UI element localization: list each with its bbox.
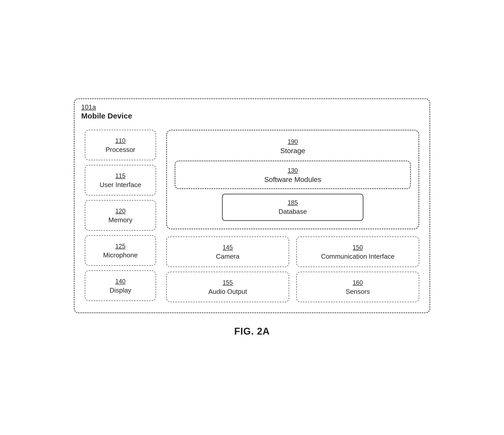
diagram-container: 101a Mobile Device 110 Processor 115 Use… [10, 98, 494, 337]
database-label: Database [278, 208, 307, 216]
mobile-device-label: 101a Mobile Device [81, 103, 132, 120]
bottom-right-col: 150 Communication Interface 160 Sensors [296, 236, 419, 302]
camera-box: 145 Camera [166, 236, 289, 267]
audio-output-box: 155 Audio Output [166, 272, 289, 302]
communication-interface-ref: 150 [353, 244, 363, 251]
user-interface-ref: 115 [115, 172, 125, 179]
inner-layout: 110 Processor 115 User Interface 120 Mem… [85, 130, 419, 302]
audio-output-ref: 155 [222, 279, 233, 286]
memory-box: 120 Memory [85, 200, 156, 231]
camera-ref: 145 [222, 244, 233, 251]
memory-ref: 120 [115, 207, 125, 215]
mobile-device-box: 101a Mobile Device 110 Processor 115 Use… [74, 98, 430, 313]
left-column: 110 Processor 115 User Interface 120 Mem… [85, 130, 156, 302]
storage-label: Storage [280, 147, 305, 155]
software-modules-ref: 130 [288, 167, 298, 174]
user-interface-box: 115 User Interface [85, 165, 156, 195]
figure-caption: FIG. 2A [234, 326, 270, 337]
microphone-ref: 125 [115, 243, 125, 250]
display-label: Display [109, 286, 131, 294]
sensors-box: 160 Sensors [296, 272, 419, 302]
database-box: 185 Database [222, 194, 364, 221]
communication-interface-label: Communication Interface [321, 253, 395, 260]
storage-box: 190 Storage 130 Software Modules 185 Dat… [166, 130, 419, 229]
memory-label: Memory [108, 216, 132, 224]
camera-label: Camera [216, 253, 239, 260]
processor-box: 110 Processor [85, 130, 156, 160]
mobile-device-title: Mobile Device [81, 112, 132, 120]
bottom-left-col: 145 Camera 155 Audio Output [166, 236, 289, 302]
software-modules-box: 130 Software Modules [175, 161, 411, 189]
software-modules-label: Software Modules [264, 176, 321, 184]
communication-interface-box: 150 Communication Interface [296, 236, 419, 267]
right-area: 190 Storage 130 Software Modules 185 Dat… [166, 130, 419, 302]
user-interface-label: User Interface [100, 181, 141, 189]
sensors-ref: 160 [353, 279, 363, 286]
mobile-device-ref: 101a [81, 103, 132, 111]
storage-header: 190 Storage [175, 138, 411, 155]
microphone-box: 125 Microphone [85, 235, 156, 266]
display-ref: 140 [115, 278, 125, 285]
sensors-label: Sensors [346, 288, 370, 296]
database-ref: 185 [288, 199, 298, 206]
audio-output-label: Audio Output [208, 288, 247, 296]
storage-ref: 190 [175, 138, 411, 145]
bottom-row: 145 Camera 155 Audio Output 150 Communic… [166, 236, 419, 302]
microphone-label: Microphone [103, 251, 138, 259]
processor-label: Processor [105, 146, 135, 154]
display-box: 140 Display [85, 270, 156, 301]
processor-ref: 110 [115, 137, 125, 144]
